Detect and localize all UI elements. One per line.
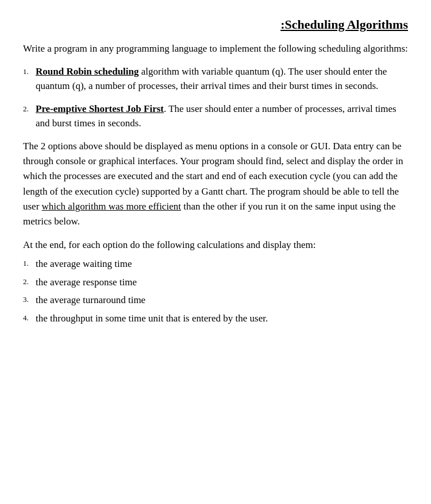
sub-list: 1. the average waiting time 2. the avera… [23,257,408,325]
sjf-title: Pre-emptive Shortest Job First [36,103,164,114]
calculations-intro: At the end, for each option do the follo… [23,238,408,253]
sub-content-1: the average waiting time [36,257,408,272]
list-item-round-robin: 1. Round Robin scheduling algorithm with… [23,64,408,94]
sub-content-2: the average response time [36,275,408,290]
list-item-sjf: 2. Pre-emptive Shortest Job First. The u… [23,102,408,131]
list-num-1: 1. [23,64,36,77]
sub-item-1: 1. the average waiting time [23,257,408,272]
sub-num-4: 4. [23,311,36,324]
round-robin-title: Round Robin scheduling [36,66,139,77]
intro-paragraph: Write a program in any programming langu… [23,41,408,56]
list-num-2: 2. [23,102,36,115]
list-content-2: Pre-emptive Shortest Job First. The user… [36,102,408,131]
sub-item-3: 3. the average turnaround time [23,293,408,308]
page-title: :Scheduling Algorithms [23,17,408,32]
sub-content-4: the throughput in some time unit that is… [36,311,408,326]
body-paragraph: The 2 options above should be displayed … [23,139,408,230]
underline-text: which algorithm was more efficient [42,201,181,212]
sub-item-2: 2. the average response time [23,275,408,290]
sub-num-2: 2. [23,275,36,288]
sub-num-1: 1. [23,257,36,269]
sub-content-3: the average turnaround time [36,293,408,308]
main-list: 1. Round Robin scheduling algorithm with… [23,64,408,131]
list-content-1: Round Robin scheduling algorithm with va… [36,64,408,94]
sub-num-3: 3. [23,293,36,305]
sub-item-4: 4. the throughput in some time unit that… [23,311,408,326]
